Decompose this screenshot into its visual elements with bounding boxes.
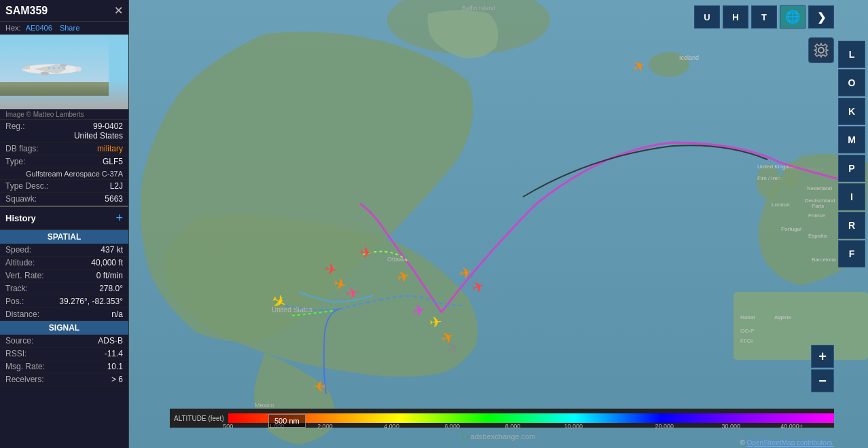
- scale-value: 500 nm: [274, 417, 300, 425]
- svg-text:Iceland: Iceland: [679, 54, 699, 61]
- right-btn-o[interactable]: O: [838, 69, 865, 96]
- svg-rect-0: [0, 35, 109, 82]
- dbflags-value: military: [97, 144, 123, 153]
- aircraft-icon-south[interactable]: ✈: [314, 377, 326, 394]
- adsbexchange-label: adsbexchange.com: [471, 432, 535, 441]
- svg-text:Nederland: Nederland: [807, 185, 832, 191]
- aircraft-icon-5[interactable]: ✈: [359, 244, 373, 262]
- aircraft-svg: [0, 35, 109, 96]
- nav-arrow-button[interactable]: ❯: [808, 5, 834, 29]
- typedesc-label: Type Desc.:: [5, 181, 48, 191]
- right-btn-p[interactable]: P: [838, 155, 865, 182]
- speed-row: Speed: 437 kt: [0, 244, 128, 257]
- svg-text:OO-P: OO-P: [740, 328, 754, 334]
- type-row: Type: GLF5: [0, 155, 128, 168]
- right-btn-k[interactable]: K: [838, 98, 865, 125]
- svg-text:Algérie: Algérie: [774, 314, 791, 320]
- reg-label: Reg.:: [5, 122, 25, 141]
- svg-point-39: [818, 48, 824, 53]
- zoom-controls: + −: [811, 345, 834, 394]
- svg-rect-8: [58, 67, 60, 69]
- altitude-row: Altitude: 40,000 ft: [0, 257, 128, 269]
- reg-row: Reg.: 99-0402United States: [0, 120, 128, 143]
- history-add-button[interactable]: +: [115, 211, 123, 225]
- sidebar: SAM359 ✕ Hex: AE0406 Share: [0, 0, 129, 448]
- svg-text:FFOI: FFOI: [740, 338, 753, 344]
- image-credit: Image © Matteo Lamberts: [0, 109, 128, 120]
- svg-rect-9: [62, 67, 65, 69]
- pos-row: Pos.: 39.276°, -82.353°: [0, 295, 128, 308]
- right-btn-i[interactable]: I: [838, 183, 865, 210]
- settings-button[interactable]: [808, 37, 834, 63]
- nav-globe-button[interactable]: 🌐: [780, 5, 806, 29]
- nav-t-button[interactable]: T: [751, 5, 777, 29]
- share-link[interactable]: Share: [60, 24, 79, 32]
- adsbexchange-credit: ⬡ adsbexchange.com: [462, 432, 535, 441]
- svg-point-5: [75, 67, 82, 71]
- type-value: GLF5: [103, 157, 123, 166]
- svg-point-10: [41, 71, 50, 75]
- history-section-header: History +: [0, 206, 128, 230]
- altitude-bar-label: ALTITUDE (feet): [170, 415, 228, 422]
- reg-value: 99-0402United States: [74, 122, 123, 141]
- aircraft-icon-8[interactable]: ✈: [429, 313, 442, 331]
- scale-bar: 500 nm: [268, 414, 306, 428]
- osm-link[interactable]: OpenStreetMap contributors.: [747, 439, 834, 447]
- sidebar-title: SAM359: [5, 5, 48, 17]
- history-title: History: [5, 213, 36, 223]
- svg-rect-1: [0, 82, 109, 96]
- svg-text:Barcelona: Barcelona: [812, 257, 837, 263]
- distance-row: Distance: n/a: [0, 308, 128, 321]
- svg-text:Paris: Paris: [812, 203, 824, 209]
- close-button[interactable]: ✕: [114, 4, 123, 17]
- right-btn-m[interactable]: M: [838, 126, 865, 153]
- right-btn-l[interactable]: L: [838, 41, 865, 68]
- nav-h-button[interactable]: H: [723, 5, 748, 29]
- svg-point-11: [60, 64, 67, 67]
- squawk-row: Squawk: 5663: [0, 193, 128, 206]
- receivers-row: Receivers: > 6: [0, 373, 128, 386]
- signal-section-bar: SIGNAL: [0, 321, 128, 335]
- source-row: Source: ADS-B: [0, 335, 128, 348]
- hex-value: AE0406: [26, 24, 52, 32]
- zoom-in-button[interactable]: +: [811, 345, 834, 368]
- altitude-gradient: 500 1,000 2,000 4,000 6,000 8,000 10,000…: [228, 413, 834, 423]
- svg-text:France: France: [808, 212, 825, 219]
- dbflags-label: DB flags:: [5, 144, 39, 153]
- dbflags-row: DB flags: military: [0, 143, 128, 155]
- nav-u-button[interactable]: U: [694, 5, 720, 29]
- spatial-section-bar: SPATIAL: [0, 230, 128, 244]
- map-svg: Baffin Island Iceland Fire / Ireland Gre…: [129, 0, 868, 448]
- gear-icon: [814, 43, 829, 58]
- svg-text:España: España: [808, 233, 827, 239]
- typedesc-row: Type Desc.: L2J: [0, 180, 128, 193]
- hex-row: Hex: AE0406 Share: [0, 22, 128, 35]
- squawk-label: Squawk:: [5, 194, 37, 204]
- rssi-row: RSSI: -11.4: [0, 348, 128, 360]
- track-row: Track: 278.0°: [0, 282, 128, 295]
- svg-text:London: London: [772, 202, 790, 208]
- zoom-out-button[interactable]: −: [811, 369, 834, 392]
- svg-text:Portugal: Portugal: [781, 226, 801, 232]
- right-btn-f[interactable]: F: [838, 240, 865, 267]
- squawk-value: 5663: [105, 194, 123, 204]
- msgrate-row: Msg. Rate: 10.1: [0, 360, 128, 373]
- typedesc-value: L2J: [110, 181, 123, 191]
- osm-credit: © OpenStreetMap contributors.: [740, 439, 834, 447]
- hex-label: Hex:: [5, 24, 21, 32]
- right-panel: L O K M P I R F: [838, 0, 868, 448]
- svg-text:Mexico: Mexico: [255, 402, 274, 409]
- svg-text:Rabat: Rabat: [740, 314, 755, 320]
- type-label: Type:: [5, 157, 25, 166]
- type-full-row: Gulfstream Aerospace C-37A: [0, 168, 128, 180]
- map-container[interactable]: Baffin Island Iceland Fire / Ireland Gre…: [129, 0, 868, 448]
- top-nav: U H T 🌐 ❯: [694, 5, 834, 29]
- aircraft-image: [0, 35, 128, 109]
- type-full-value: Gulfstream Aerospace C-37A: [5, 170, 123, 178]
- svg-rect-7: [53, 67, 56, 69]
- sidebar-header: SAM359 ✕: [0, 0, 128, 22]
- vertrate-row: Vert. Rate: 0 ft/min: [0, 269, 128, 282]
- right-btn-r[interactable]: R: [838, 212, 865, 239]
- svg-rect-6: [48, 67, 51, 69]
